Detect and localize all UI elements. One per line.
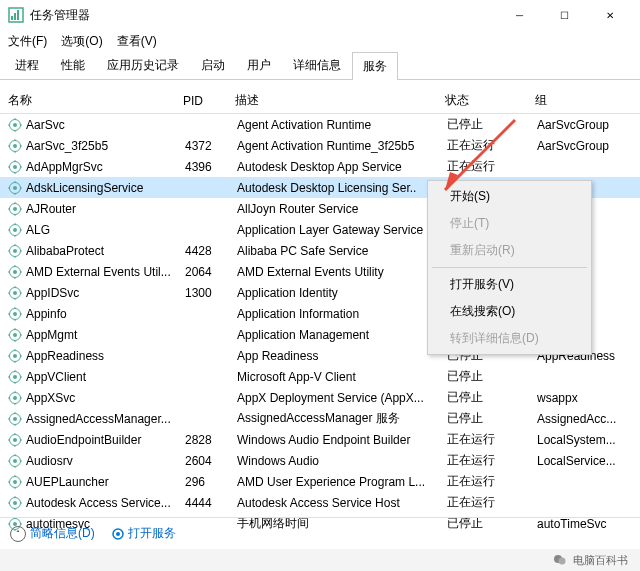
table-row[interactable]: AppVClientMicrosoft App-V Client已停止 bbox=[0, 366, 640, 387]
cell-name: AppVClient bbox=[26, 370, 185, 384]
wechat-icon bbox=[553, 553, 567, 567]
tab-2[interactable]: 应用历史记录 bbox=[96, 51, 190, 79]
context-menu: 开始(S) 停止(T) 重新启动(R) 打开服务(V) 在线搜索(O) 转到详细… bbox=[427, 180, 592, 355]
menu-options[interactable]: 选项(O) bbox=[61, 33, 102, 50]
cell-desc: Microsoft App-V Client bbox=[237, 370, 447, 384]
cell-pid: 1300 bbox=[185, 286, 237, 300]
menu-stop: 停止(T) bbox=[430, 210, 589, 237]
svg-point-59 bbox=[13, 312, 17, 316]
tab-6[interactable]: 服务 bbox=[352, 52, 398, 80]
cell-desc: Agent Activation Runtime bbox=[237, 118, 447, 132]
table-row[interactable]: AssignedAccessManager...AssignedAccessMa… bbox=[0, 408, 640, 429]
cell-desc: AllJoyn Router Service bbox=[237, 202, 447, 216]
svg-rect-1 bbox=[11, 16, 13, 20]
table-row[interactable]: Audiosrv2604Windows Audio正在运行LocalServic… bbox=[0, 450, 640, 471]
cell-desc: Application Layer Gateway Service bbox=[237, 223, 447, 237]
tab-0[interactable]: 进程 bbox=[4, 51, 50, 79]
cell-desc: App Readiness bbox=[237, 349, 447, 363]
gear-icon bbox=[111, 527, 125, 541]
svg-point-41 bbox=[13, 249, 17, 253]
tab-5[interactable]: 详细信息 bbox=[282, 51, 352, 79]
cell-group: AarSvcGroup bbox=[537, 139, 632, 153]
header-group[interactable]: 组 bbox=[535, 92, 632, 109]
cell-desc: AssignedAccessManager 服务 bbox=[237, 410, 447, 427]
cell-desc: AppX Deployment Service (AppX... bbox=[237, 391, 447, 405]
menu-start[interactable]: 开始(S) bbox=[430, 183, 589, 210]
tab-4[interactable]: 用户 bbox=[236, 51, 282, 79]
table-row[interactable]: AarSvc_3f25b54372Agent Activation Runtim… bbox=[0, 135, 640, 156]
maximize-button[interactable]: ☐ bbox=[542, 0, 587, 30]
table-row[interactable]: AdAppMgrSvc4396Autodesk Desktop App Serv… bbox=[0, 156, 640, 177]
cell-desc: Alibaba PC Safe Service bbox=[237, 244, 447, 258]
menu-view[interactable]: 查看(V) bbox=[117, 33, 157, 50]
cell-desc: Autodesk Access Service Host bbox=[237, 496, 447, 510]
cell-name: AdskLicensingService bbox=[26, 181, 185, 195]
cell-status: 已停止 bbox=[447, 116, 537, 133]
svg-point-71 bbox=[13, 354, 17, 358]
menubar: 文件(F) 选项(O) 查看(V) bbox=[0, 30, 640, 52]
header-desc[interactable]: 描述 bbox=[235, 92, 445, 109]
header-name[interactable]: 名称 bbox=[8, 92, 183, 109]
cell-name: AppXSvc bbox=[26, 391, 185, 405]
svg-point-127 bbox=[116, 532, 120, 536]
cell-desc: AMD User Experience Program L... bbox=[237, 475, 447, 489]
cell-desc: Application Information bbox=[237, 307, 447, 321]
svg-point-89 bbox=[13, 417, 17, 421]
svg-point-83 bbox=[13, 396, 17, 400]
app-icon bbox=[8, 7, 24, 23]
cell-status: 正在运行 bbox=[447, 494, 537, 511]
svg-point-113 bbox=[13, 501, 17, 505]
cell-pid: 4396 bbox=[185, 160, 237, 174]
cell-desc: Application Management bbox=[237, 328, 447, 342]
table-row[interactable]: Autodesk Access Service...4444Autodesk A… bbox=[0, 492, 640, 513]
cell-group: wsappx bbox=[537, 391, 632, 405]
svg-point-53 bbox=[13, 291, 17, 295]
cell-desc: Windows Audio Endpoint Builder bbox=[237, 433, 447, 447]
menu-separator bbox=[432, 267, 587, 268]
cell-status: 正在运行 bbox=[447, 158, 537, 175]
menu-goto-details: 转到详细信息(D) bbox=[430, 325, 589, 352]
table-row[interactable]: AudioEndpointBuilder2828Windows Audio En… bbox=[0, 429, 640, 450]
svg-point-129 bbox=[559, 558, 566, 565]
menu-search-online[interactable]: 在线搜索(O) bbox=[430, 298, 589, 325]
brief-info-link[interactable]: ˆ简略信息(D) bbox=[10, 525, 95, 542]
statusbar: ˆ简略信息(D) 打开服务 bbox=[0, 517, 640, 549]
cell-status: 正在运行 bbox=[447, 473, 537, 490]
cell-desc: AMD External Events Utility bbox=[237, 265, 447, 279]
table-row[interactable]: AarSvcAgent Activation Runtime已停止AarSvcG… bbox=[0, 114, 640, 135]
table-row[interactable]: AUEPLauncher296AMD User Experience Progr… bbox=[0, 471, 640, 492]
table-row[interactable]: AppXSvcAppX Deployment Service (AppX...已… bbox=[0, 387, 640, 408]
svg-point-5 bbox=[13, 123, 17, 127]
tab-1[interactable]: 性能 bbox=[50, 51, 96, 79]
cell-name: AarSvc_3f25b5 bbox=[26, 139, 185, 153]
menu-restart: 重新启动(R) bbox=[430, 237, 589, 264]
tab-3[interactable]: 启动 bbox=[190, 51, 236, 79]
svg-point-35 bbox=[13, 228, 17, 232]
cell-name: AMD External Events Util... bbox=[26, 265, 185, 279]
menu-file[interactable]: 文件(F) bbox=[8, 33, 47, 50]
cell-name: Autodesk Access Service... bbox=[26, 496, 185, 510]
svg-point-47 bbox=[13, 270, 17, 274]
svg-point-17 bbox=[13, 165, 17, 169]
cell-status: 已停止 bbox=[447, 389, 537, 406]
cell-name: AdAppMgrSvc bbox=[26, 160, 185, 174]
minimize-button[interactable]: ─ bbox=[497, 0, 542, 30]
cell-pid: 4372 bbox=[185, 139, 237, 153]
header-status[interactable]: 状态 bbox=[445, 92, 535, 109]
close-button[interactable]: ✕ bbox=[587, 0, 632, 30]
cell-pid: 2828 bbox=[185, 433, 237, 447]
open-services-link[interactable]: 打开服务 bbox=[111, 525, 176, 542]
cell-group: AarSvcGroup bbox=[537, 118, 632, 132]
cell-name: Audiosrv bbox=[26, 454, 185, 468]
header-pid[interactable]: PID bbox=[183, 94, 235, 108]
column-headers: 名称 PID 描述 状态 组 bbox=[0, 88, 640, 114]
cell-desc: Autodesk Desktop Licensing Ser.. bbox=[237, 181, 447, 195]
cell-name: AppMgmt bbox=[26, 328, 185, 342]
svg-point-29 bbox=[13, 207, 17, 211]
menu-open-services[interactable]: 打开服务(V) bbox=[430, 271, 589, 298]
cell-name: AlibabaProtect bbox=[26, 244, 185, 258]
cell-name: AudioEndpointBuilder bbox=[26, 433, 185, 447]
cell-desc: Agent Activation Runtime_3f25b5 bbox=[237, 139, 447, 153]
cell-name: Appinfo bbox=[26, 307, 185, 321]
titlebar: 任务管理器 ─ ☐ ✕ bbox=[0, 0, 640, 30]
